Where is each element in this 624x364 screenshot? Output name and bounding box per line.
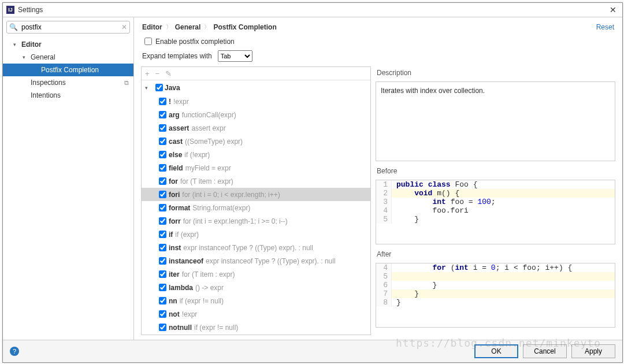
template-checkbox[interactable]: [159, 257, 166, 265]
template-checkbox[interactable]: [159, 297, 166, 304]
chevron-right-icon: 〉: [204, 23, 210, 31]
enable-postfix-checkbox[interactable]: [144, 38, 152, 45]
sidebar-item-general[interactable]: ▾General: [3, 51, 133, 64]
template-checkbox[interactable]: [159, 138, 166, 145]
line-number: 3: [376, 198, 392, 206]
line-number: 4: [376, 263, 392, 272]
template-key: arg: [169, 111, 180, 119]
crumb-1: General: [175, 23, 201, 31]
template-desc: for (int i = 0; i < expr.length; i++): [182, 191, 280, 199]
templates-list[interactable]: ▾ Java!!exprargfunctionCall(expr)asserta…: [142, 80, 370, 335]
help-icon[interactable]: ?: [10, 347, 19, 356]
template-item-for[interactable]: forfor (T item : expr): [142, 174, 370, 188]
code-line: 1public class Foo {: [376, 180, 615, 189]
template-desc: myField = expr: [185, 164, 231, 172]
ok-button[interactable]: OK: [474, 344, 518, 358]
clear-icon[interactable]: ✕: [121, 23, 127, 31]
code-line: 5 }: [376, 215, 615, 224]
template-checkbox[interactable]: [159, 204, 166, 211]
dialog-footer: ? OK Cancel Apply: [3, 340, 622, 362]
template-item-else[interactable]: elseif (!expr): [142, 148, 370, 161]
code-text: for (int i = 0; i < foo; i++) {: [392, 263, 572, 272]
template-checkbox[interactable]: [159, 217, 166, 225]
code-text: foo.fori: [392, 206, 469, 215]
code-text: void m() {: [392, 189, 615, 198]
template-checkbox[interactable]: [159, 164, 166, 172]
template-item-lambda[interactable]: lambda() -> expr: [142, 281, 370, 294]
template-checkbox[interactable]: [159, 151, 166, 158]
template-key: else: [169, 151, 182, 159]
profile-icon: ⧉: [124, 79, 129, 87]
code-line: 7 }: [376, 289, 615, 298]
template-checkbox[interactable]: [159, 231, 166, 238]
template-item-cast[interactable]: cast((SomeType) expr): [142, 135, 370, 148]
template-key: !: [169, 98, 171, 106]
reset-link[interactable]: Reset: [596, 23, 614, 31]
template-item-fori[interactable]: forifor (int i = 0; i < expr.length; i++…: [142, 188, 370, 201]
template-item-iter[interactable]: iterfor (T item : expr): [142, 268, 370, 281]
edit-icon[interactable]: ✎: [165, 69, 172, 78]
remove-icon[interactable]: −: [155, 69, 160, 78]
sidebar-item-postfix-completion[interactable]: Postfix Completion: [3, 64, 133, 76]
template-checkbox[interactable]: [159, 111, 166, 118]
template-item-field[interactable]: fieldmyField = expr: [142, 161, 370, 174]
close-icon[interactable]: ✕: [607, 5, 619, 14]
template-item-not[interactable]: not!expr: [142, 307, 370, 321]
template-checkbox[interactable]: [159, 177, 166, 185]
sidebar-item-label: Intentions: [31, 91, 61, 99]
template-item-instanceof[interactable]: instanceofexpr instanceof Type ? ((Type)…: [142, 254, 370, 268]
crumb-0: Editor: [142, 23, 162, 31]
template-checkbox[interactable]: [159, 270, 166, 278]
before-label: Before: [376, 165, 615, 176]
template-checkbox[interactable]: [159, 284, 166, 291]
template-desc: assert expr: [191, 124, 225, 132]
template-checkbox[interactable]: [159, 98, 166, 105]
add-icon[interactable]: +: [145, 69, 150, 78]
template-key: for: [169, 177, 178, 185]
settings-window: IJ Settings ✕ 🔍 ✕ ▾Editor▾General Postfi…: [2, 2, 623, 363]
templates-toolbar: + − ✎: [142, 67, 370, 80]
sidebar-item-inspections[interactable]: Inspections⧉: [3, 76, 133, 89]
template-item-assert[interactable]: assertassert expr: [142, 121, 370, 135]
template-key: cast: [169, 138, 183, 146]
settings-tree: ▾Editor▾General Postfix Completion Inspe…: [3, 37, 133, 340]
template-desc: !expr: [173, 98, 189, 106]
template-checkbox[interactable]: [159, 124, 166, 132]
window-title: Settings: [18, 6, 607, 14]
template-checkbox[interactable]: [159, 244, 166, 251]
template-item-if[interactable]: ifif (expr): [142, 228, 370, 241]
expand-templates-select[interactable]: Tab: [218, 50, 252, 62]
search-input[interactable]: [20, 23, 121, 32]
template-checkbox[interactable]: [159, 324, 166, 331]
sidebar-item-intentions[interactable]: Intentions: [3, 89, 133, 102]
crumb-2: Postfix Completion: [213, 23, 276, 31]
language-label: Java: [165, 84, 180, 92]
template-desc: for (T item : expr): [182, 270, 235, 278]
template-item-null[interactable]: nullif (expr == null): [142, 334, 370, 335]
templates-list-pane: + − ✎ ▾ Java!!exprargfunctionCall(expr)a…: [141, 66, 371, 335]
before-code: 1public class Foo {2 void m() {3 int foo…: [376, 180, 615, 244]
apply-button[interactable]: Apply: [571, 344, 615, 358]
template-checkbox[interactable]: [159, 310, 166, 318]
settings-sidebar: 🔍 ✕ ▾Editor▾General Postfix Completion I…: [3, 17, 134, 340]
language-checkbox[interactable]: [155, 84, 163, 91]
sidebar-item-editor[interactable]: ▾Editor: [3, 38, 133, 51]
enable-postfix-label: Enable postfix completion: [155, 38, 235, 46]
template-item-ex[interactable]: !!expr: [142, 95, 370, 108]
template-item-notnull[interactable]: notnullif (expr != null): [142, 321, 370, 334]
line-number: 8: [376, 298, 392, 307]
language-group-java[interactable]: ▾ Java: [142, 80, 370, 95]
sidebar-item-label: General: [31, 53, 55, 61]
template-checkbox[interactable]: [159, 191, 166, 198]
template-item-arg[interactable]: argfunctionCall(expr): [142, 108, 370, 121]
template-desc: if (!expr): [184, 151, 210, 159]
template-item-inst[interactable]: instexpr instanceof Type ? ((Type) expr)…: [142, 241, 370, 254]
cancel-button[interactable]: Cancel: [523, 344, 567, 358]
sidebar-item-label: Postfix Completion: [41, 66, 99, 74]
template-item-nn[interactable]: nnif (expr != null): [142, 294, 370, 307]
template-item-forr[interactable]: forrfor (int i = expr.length-1; i >= 0; …: [142, 214, 370, 228]
after-label: After: [376, 248, 615, 259]
template-item-format[interactable]: formatString.format(expr): [142, 201, 370, 214]
chevron-down-icon: ▾: [145, 85, 152, 91]
settings-search[interactable]: 🔍 ✕: [6, 21, 130, 34]
